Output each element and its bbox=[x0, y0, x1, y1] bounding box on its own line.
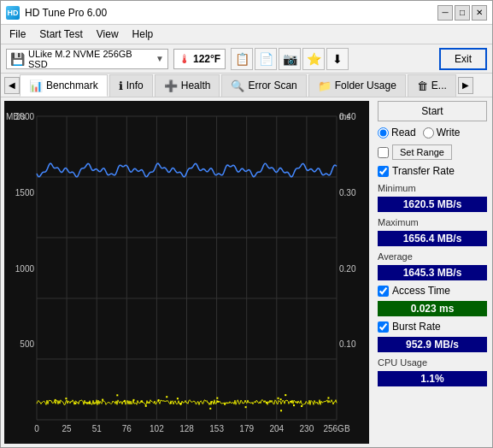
menu-view[interactable]: View bbox=[91, 27, 124, 42]
access-time-checkbox[interactable] bbox=[378, 286, 389, 297]
toolbar-btn-2[interactable]: 📄 bbox=[255, 48, 277, 70]
tab-folder-usage[interactable]: 📁 Folder Usage bbox=[308, 74, 406, 97]
average-value: 1645.3 MB/s bbox=[378, 265, 487, 280]
tab-prev-button[interactable]: ◀ bbox=[4, 77, 20, 94]
health-tab-icon: ➕ bbox=[164, 80, 178, 92]
maximum-label: Maximum bbox=[378, 217, 487, 227]
set-range-checkbox[interactable] bbox=[378, 147, 389, 158]
benchmark-tab-icon: 📊 bbox=[29, 80, 43, 92]
info-tab-icon: ℹ bbox=[119, 80, 123, 92]
transfer-rate-row: Transfer Rate bbox=[378, 164, 487, 178]
window-title: HD Tune Pro 6.00 bbox=[25, 7, 107, 19]
transfer-rate-label: Transfer Rate bbox=[392, 165, 455, 177]
app-icon: HD bbox=[6, 6, 20, 20]
write-label-text: Write bbox=[437, 127, 461, 139]
drive-icon: 💾 bbox=[10, 52, 25, 66]
thermometer-icon: 🌡 bbox=[179, 52, 191, 66]
tab-extra-label: E... bbox=[431, 80, 447, 91]
maximize-button[interactable]: □ bbox=[455, 5, 470, 21]
right-panel: Start Read Write Set Range Transfer Rate bbox=[373, 97, 492, 447]
chart-area bbox=[4, 101, 369, 444]
access-time-label: Access Time bbox=[392, 285, 450, 297]
drive-label: ULike M.2 NVME 256GB SSD bbox=[28, 49, 152, 69]
burst-rate-value: 952.9 MB/s bbox=[378, 337, 487, 352]
tab-benchmark-label: Benchmark bbox=[46, 80, 98, 91]
title-bar: HD HD Tune Pro 6.00 ─ □ ✕ bbox=[1, 1, 492, 25]
toolbar-btn-4[interactable]: ⭐ bbox=[302, 48, 325, 70]
drive-dropdown-arrow: ▼ bbox=[156, 54, 164, 63]
cpu-usage-value: 1.1% bbox=[378, 371, 487, 386]
menu-file[interactable]: File bbox=[4, 27, 31, 42]
tab-info-label: Info bbox=[126, 80, 144, 91]
close-button[interactable]: ✕ bbox=[472, 5, 487, 21]
tab-folder-usage-label: Folder Usage bbox=[335, 80, 396, 91]
toolbar-icons: 📋 📄 📷 ⭐ ⬇ bbox=[231, 48, 349, 70]
burst-rate-label: Burst Rate bbox=[392, 321, 441, 333]
access-time-row: Access Time bbox=[378, 284, 487, 298]
set-range-button[interactable]: Set Range bbox=[392, 144, 452, 160]
content-area: Start Read Write Set Range Transfer Rate bbox=[1, 97, 492, 447]
set-range-row: Set Range bbox=[378, 144, 487, 161]
minimum-label: Minimum bbox=[378, 183, 487, 193]
temperature-display: 🌡 122°F bbox=[173, 49, 226, 69]
tab-extra[interactable]: 🗑 E... bbox=[408, 74, 456, 97]
temperature-value: 122°F bbox=[193, 53, 220, 65]
read-radio[interactable] bbox=[378, 127, 389, 139]
write-radio[interactable] bbox=[423, 127, 434, 139]
burst-rate-checkbox[interactable] bbox=[378, 321, 389, 333]
benchmark-chart bbox=[4, 101, 369, 444]
minimize-button[interactable]: ─ bbox=[437, 5, 453, 21]
toolbar: 💾 ULike M.2 NVME 256GB SSD ▼ 🌡 122°F 📋 📄… bbox=[1, 44, 492, 74]
tab-benchmark[interactable]: 📊 Benchmark bbox=[20, 74, 108, 97]
menu-start-test[interactable]: Start Test bbox=[34, 27, 87, 42]
average-label: Average bbox=[378, 251, 487, 262]
cpu-usage-label: CPU Usage bbox=[378, 357, 487, 368]
toolbar-btn-5[interactable]: ⬇ bbox=[326, 48, 349, 70]
tab-next-button[interactable]: ▶ bbox=[458, 77, 473, 94]
start-button[interactable]: Start bbox=[378, 101, 487, 121]
extra-tab-icon: 🗑 bbox=[417, 80, 428, 92]
read-radio-label[interactable]: Read bbox=[378, 127, 416, 139]
folder-usage-tab-icon: 📁 bbox=[318, 80, 332, 92]
write-radio-label[interactable]: Write bbox=[423, 127, 461, 139]
minimum-value: 1620.5 MB/s bbox=[378, 197, 487, 212]
main-window: HD HD Tune Pro 6.00 ─ □ ✕ File Start Tes… bbox=[0, 0, 493, 448]
read-label-text: Read bbox=[391, 127, 416, 139]
menubar: File Start Test View Help bbox=[1, 25, 492, 44]
transfer-rate-checkbox[interactable] bbox=[378, 166, 389, 177]
tab-health-label: Health bbox=[181, 80, 211, 91]
burst-rate-row: Burst Rate bbox=[378, 320, 487, 333]
title-bar-left: HD HD Tune Pro 6.00 bbox=[6, 6, 107, 20]
radio-group: Read Write bbox=[378, 125, 487, 140]
maximum-value: 1656.4 MB/s bbox=[378, 231, 487, 246]
access-time-value: 0.023 ms bbox=[378, 301, 487, 316]
error-scan-tab-icon: 🔍 bbox=[231, 80, 244, 92]
title-controls: ─ □ ✕ bbox=[437, 5, 487, 21]
tab-info[interactable]: ℹ Info bbox=[109, 74, 153, 97]
tab-error-scan-label: Error Scan bbox=[248, 80, 296, 91]
toolbar-btn-3[interactable]: 📷 bbox=[279, 48, 301, 70]
exit-button[interactable]: Exit bbox=[439, 48, 487, 70]
toolbar-btn-1[interactable]: 📋 bbox=[231, 48, 253, 70]
menu-help[interactable]: Help bbox=[127, 27, 159, 42]
tabs-bar: ◀ 📊 Benchmark ℹ Info ➕ Health 🔍 Error Sc… bbox=[1, 74, 492, 97]
tab-error-scan[interactable]: 🔍 Error Scan bbox=[221, 74, 306, 97]
drive-selector[interactable]: 💾 ULike M.2 NVME 256GB SSD ▼ bbox=[6, 49, 168, 69]
tab-health[interactable]: ➕ Health bbox=[155, 74, 220, 97]
